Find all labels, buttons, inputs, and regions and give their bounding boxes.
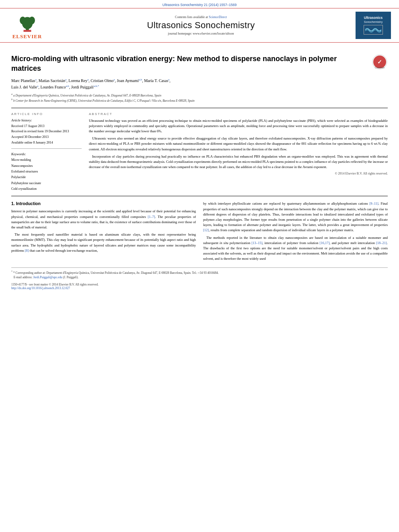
intro-text: Interest in polymer nanocomposites is cu…: [11, 209, 196, 253]
affiliation-a: a a Departament d'Enginyeria Química, Un…: [11, 92, 388, 98]
footnote-email: E-mail address: Jordi.Puiggali@upc.edu (…: [11, 275, 388, 279]
main-content: ✓ CrossMark Micro-molding with ultrasoni…: [0, 43, 399, 296]
abstract-para3: Incorporation of clay particles during p…: [89, 154, 388, 170]
body-left-col: 1. Introduction Interest in polymer nano…: [11, 201, 196, 263]
kw2: Nanocomposites: [11, 163, 82, 169]
svg-text:CrossMark: CrossMark: [375, 66, 385, 69]
abstract-label: ABSTRACT: [89, 112, 388, 116]
ref-9-11: [9–11]: [369, 201, 378, 205]
kw1: Micro-molding: [11, 157, 82, 163]
author-planellas: Marc Planellas: [11, 78, 35, 83]
article-title-section: ✓ CrossMark Micro-molding with ultrasoni…: [11, 54, 388, 74]
elsevier-text: ELSEVIER: [12, 33, 42, 40]
keywords-label: Keywords:: [11, 152, 82, 156]
author-sacristan: Matías Sacristán: [39, 78, 65, 83]
history-label: Article history:: [11, 118, 82, 122]
abstract-text: Ultrasound technology was proved as an e…: [89, 118, 388, 170]
footer-doi[interactable]: http://dx.doi.org/10.1016/j.ultsonch.201…: [11, 286, 388, 290]
page-footer: 1350-4177/$ - see front matter © 2014 El…: [11, 283, 388, 290]
footnote-corresponding: * * Corresponding author at: Departament…: [11, 270, 388, 275]
ref-18-21: [18–21]: [376, 241, 387, 245]
author-puiggali: Jordi Puiggalí: [71, 85, 94, 89]
author-delvalle: Luis J. del Valle: [11, 85, 37, 89]
affiliation-b: b b Center for Research in Nano-Engineer…: [11, 98, 388, 103]
body-two-col: 1. Introduction Interest in polymer nano…: [11, 196, 388, 263]
body-right-col: by which interlayer phyllosilicate catio…: [203, 201, 388, 263]
authors: Marc Planellasa, Matías Sacristána, Lore…: [11, 78, 388, 91]
page: Ultrasonics Sonochemistry 21 (2014) 1557…: [0, 0, 399, 532]
abstract-para1: Ultrasound technology was proved as an e…: [89, 118, 388, 134]
crossmark-container: ✓ CrossMark: [372, 54, 388, 71]
body-right-para1: by which interlayer phyllosilicate catio…: [203, 201, 388, 233]
journal-citation: Ultrasonics Sonochemistry 21 (2014) 1557…: [0, 0, 399, 8]
history-received: Received 17 August 2013: [11, 123, 82, 129]
author-aymami: Joan Aymamí: [117, 78, 138, 83]
divider: [11, 148, 82, 149]
kw5: Polybutylene succinate: [11, 181, 82, 186]
article-info-col: ARTICLE INFO Article history: Received 1…: [11, 112, 82, 192]
citation-text: Ultrasonics Sonochemistry 21 (2014) 1557…: [162, 3, 237, 7]
contents-line: Contents lists available at ScienceDirec…: [50, 15, 352, 19]
ref-13-15: [13–15]: [251, 241, 262, 245]
homepage-line: journal homepage: www.elsevier.com/locat…: [50, 32, 352, 35]
footnote-email-link[interactable]: Jordi.Puiggali@upc.edu: [33, 275, 62, 279]
sciencedirect-link[interactable]: ScienceDirect: [209, 15, 227, 19]
ref-8: [8]: [25, 249, 29, 253]
journal-logo-box: Ultrasonics Sonochemistry: [356, 12, 391, 39]
journal-center: Contents lists available at ScienceDirec…: [46, 15, 356, 35]
author-franco: Lourdes Franco: [40, 85, 66, 89]
footer-issn: 1350-4177/$ - see front matter © 2014 El…: [11, 283, 388, 286]
footnote-section: * * Corresponding author at: Departament…: [11, 267, 388, 279]
svg-point-3: [29, 16, 35, 24]
history-accepted: Accepted 30 December 2013: [11, 134, 82, 140]
elsevier-tree-icon: [15, 11, 39, 33]
svg-point-2: [20, 16, 26, 24]
journal-logo-text: Ultrasonics Sonochemistry: [364, 16, 383, 35]
intro-para2: The most frequently used nanofiller mate…: [11, 232, 196, 253]
journal-title: Ultrasonics Sonochemistry: [50, 20, 352, 31]
history-revised: Received in revised form 19 December 201…: [11, 129, 82, 134]
logo-waves-icon: [365, 26, 381, 33]
intro-heading: 1. Introduction: [11, 201, 196, 206]
author-casas: María T. Casas: [144, 78, 168, 83]
abstract-col: ABSTRACT Ultrasound technology was prove…: [89, 112, 388, 192]
affiliations: a a Departament d'Enginyeria Química, Un…: [11, 92, 388, 103]
ref-16-17: [16,17]: [320, 241, 330, 245]
article-title: Micro-molding with ultrasonic vibration …: [11, 54, 388, 74]
author-rey: Lorena Rey: [68, 78, 87, 83]
body-right-para2: The methods reported in the literature t…: [203, 235, 388, 262]
kw6: Cold crystallization: [11, 186, 82, 192]
copyright: © 2014 Elsevier B.V. All rights reserved…: [89, 172, 388, 175]
history-online: Available online 8 January 2014: [11, 140, 82, 146]
journal-banner: ELSEVIER Contents lists available at Sci…: [0, 8, 399, 43]
and-text: and: [215, 257, 220, 261]
ref-12: [12]: [203, 228, 209, 232]
article-info-label: ARTICLE INFO: [11, 112, 82, 116]
elsevier-logo: ELSEVIER: [8, 11, 46, 40]
author-olmo: Cristian Olmo: [90, 78, 113, 83]
kw4: Polylactide: [11, 175, 82, 180]
intro-para1: Interest in polymer nanocomposites is cu…: [11, 209, 196, 230]
body-right-text: by which interlayer phyllosilicate catio…: [203, 201, 388, 261]
kw3: Exfoliated structures: [11, 169, 82, 175]
abstract-para2: Ultrasonic waves also seemed an ideal en…: [89, 136, 388, 152]
ref-1-7: [1–7]: [148, 215, 155, 219]
info-abstract-section: ARTICLE INFO Article history: Received 1…: [11, 108, 388, 192]
svg-text:✓: ✓: [377, 59, 382, 65]
crossmark-icon: ✓ CrossMark: [372, 54, 388, 70]
svg-rect-4: [23, 30, 31, 32]
